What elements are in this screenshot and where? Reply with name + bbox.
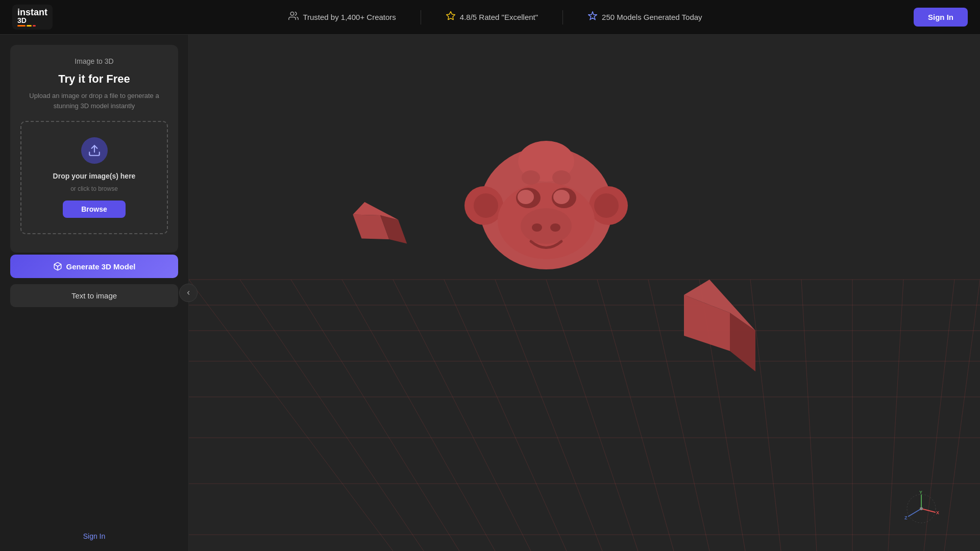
cube-icon [53,262,62,271]
svg-text:X: X [936,510,939,515]
sign-in-button-header[interactable]: Sign In [914,8,968,27]
sidebar-card-heading: Try it for Free [20,72,168,86]
svg-point-44 [532,223,542,232]
upload-icon [88,144,101,157]
viewport[interactable]: X Y Z [189,35,980,551]
svg-point-42 [553,190,570,204]
svg-text:Z: Z [904,515,908,520]
sidebar: Image to 3D Try it for Free Upload an im… [0,35,189,551]
stat-models-text: 250 Models Generated Today [602,13,702,21]
svg-point-37 [594,193,619,218]
stat-rating-text: 4.8/5 Rated "Excellent" [460,13,538,21]
monkey-head [464,141,628,269]
stat-rating: 4.8/5 Rated "Excellent" [421,11,562,23]
text-to-image-button[interactable]: Text to image [10,284,178,307]
chevron-left-icon [185,290,191,296]
collapse-button[interactable] [179,284,198,302]
svg-point-48 [552,170,571,185]
sidebar-card-title: Image to 3D [20,57,168,65]
logo-box: instant 3D [12,5,53,30]
upload-icon-circle [81,137,108,164]
scene-objects [189,35,980,551]
cube-right [684,280,755,371]
sidebar-footer: Sign In [10,523,178,541]
svg-point-47 [522,170,540,185]
svg-point-35 [474,193,498,218]
sparkle-icon [587,11,598,23]
svg-point-41 [518,190,534,204]
logo-underline [17,25,36,27]
svg-point-59 [920,507,923,510]
sign-in-link[interactable]: Sign In [83,532,106,540]
main-layout: Image to 3D Try it for Free Upload an im… [0,35,980,551]
logo-bar-yellow [27,25,32,27]
logo-text-instant: instant [17,8,47,17]
logo: instant 3D [12,5,53,30]
svg-line-57 [909,509,921,516]
svg-point-45 [550,223,560,232]
cube-left [350,193,407,258]
users-icon [288,11,299,23]
star-icon [446,11,456,23]
svg-line-53 [921,509,935,512]
axes-svg: X Y Z [903,491,939,527]
logo-text-3d: 3D [17,17,27,24]
logo-bar-orange [17,25,26,27]
svg-point-43 [521,208,572,244]
header: instant 3D Trusted by 1,400+ Creators [0,0,980,35]
stat-creators: Trusted by 1,400+ Creators [264,11,420,23]
generate-label: Generate 3D Model [66,262,136,271]
logo-bar-red [33,25,36,27]
drop-zone[interactable]: Drop your image(s) here or click to brow… [20,121,168,234]
objects-container [189,35,980,551]
svg-point-0 [291,12,295,16]
svg-text:Y: Y [919,491,922,495]
header-stats: Trusted by 1,400+ Creators 4.8/5 Rated "… [77,10,914,24]
drop-text-main: Drop your image(s) here [53,172,136,180]
stat-models: 250 Models Generated Today [563,11,727,23]
header-right: Sign In [914,8,968,27]
generate-button[interactable]: Generate 3D Model [10,255,178,278]
sidebar-card: Image to 3D Try it for Free Upload an im… [10,45,178,253]
svg-marker-1 [447,12,455,20]
axes-indicator: X Y Z [927,506,960,539]
sidebar-card-description: Upload an image or drop a file to genera… [20,91,168,111]
drop-text-sub: or click to browse [70,185,118,192]
browse-button[interactable]: Browse [63,201,126,218]
stat-creators-text: Trusted by 1,400+ Creators [303,13,396,21]
